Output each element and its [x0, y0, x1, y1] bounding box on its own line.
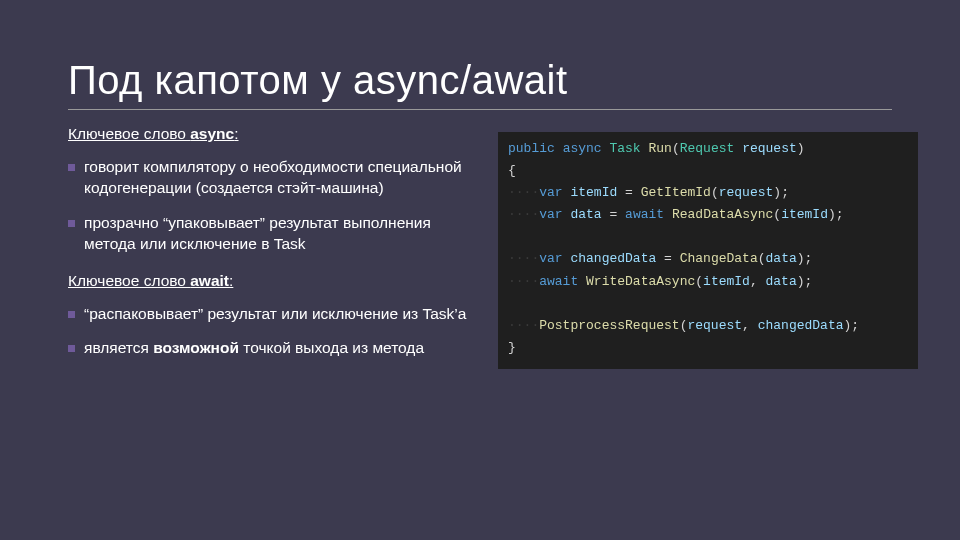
bullets-async: говорит компилятору о необходимости спец… [68, 157, 478, 255]
subhead-async: Ключевое слово async: [68, 124, 478, 145]
bullet-text: прозрачно “упаковывает” результат выполн… [84, 214, 431, 252]
subhead-await: Ключевое слово await: [68, 271, 478, 292]
slide-title: Под капотом у async/await [68, 58, 960, 103]
list-item: является возможной точкой выхода из мето… [68, 338, 478, 359]
bullet-rich-bold: возможной [153, 339, 239, 356]
bullet-rich-post: точкой выхода из метода [239, 339, 424, 356]
subhead-await-prefix: Ключевое слово [68, 272, 190, 289]
title-rule [68, 109, 892, 110]
left-column: Ключевое слово async: говорит компилятор… [68, 124, 478, 375]
right-column: public async Task Run(Request request) {… [498, 124, 918, 375]
subhead-await-suffix: : [229, 272, 233, 289]
code-block: public async Task Run(Request request) {… [498, 132, 918, 369]
subhead-async-prefix: Ключевое слово [68, 125, 190, 142]
bullet-rich-pre: является [84, 339, 153, 356]
list-item: “распаковывает” результат или исключение… [68, 304, 478, 325]
subhead-async-suffix: : [234, 125, 238, 142]
subhead-await-kw: await [190, 272, 229, 289]
list-item: прозрачно “упаковывает” результат выполн… [68, 213, 478, 255]
bullet-text: говорит компилятору о необходимости спец… [84, 158, 462, 196]
content-row: Ключевое слово async: говорит компилятор… [68, 124, 918, 375]
bullet-text: “распаковывает” результат или исключение… [84, 305, 466, 322]
subhead-async-kw: async [190, 125, 234, 142]
slide: Под капотом у async/await Ключевое слово… [0, 58, 960, 540]
bullets-await: “распаковывает” результат или исключение… [68, 304, 478, 360]
list-item: говорит компилятору о необходимости спец… [68, 157, 478, 199]
